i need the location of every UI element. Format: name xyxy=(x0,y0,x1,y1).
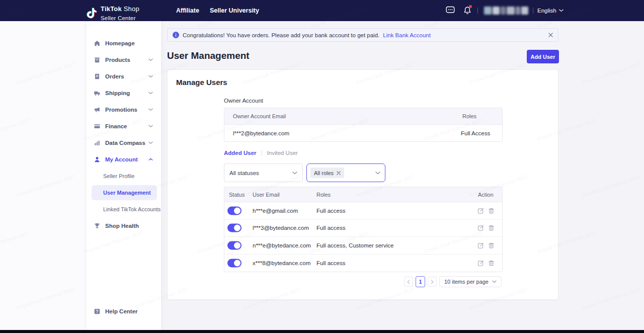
next-page-button[interactable] xyxy=(428,277,437,287)
user-email: l***3@bytedance.com xyxy=(253,225,309,231)
chevron-down-icon xyxy=(148,141,153,144)
trophy-icon xyxy=(94,222,101,229)
watermark-text: Arsyad Fadli Rahman 3537 xyxy=(16,174,75,198)
status-toggle[interactable] xyxy=(227,241,242,249)
owner-account-table: Owner Account Email Roles l***2@bytedanc… xyxy=(224,108,503,142)
chevron-up-icon xyxy=(148,158,153,161)
account-name-blurred[interactable] xyxy=(484,7,529,15)
sidebar-item-finance[interactable]: Finance xyxy=(87,121,161,132)
filters-row: All statuses All roles xyxy=(224,163,385,182)
watermark-text: Arsyad Fadli Rahman 3537 xyxy=(0,230,30,255)
notification-dot xyxy=(469,5,472,8)
chevron-down-icon xyxy=(148,92,153,95)
chevron-down-icon xyxy=(148,125,153,128)
tab-invited-user[interactable]: Invited User xyxy=(267,150,298,156)
brand-logo[interactable]: TikTok Shop Seller Center xyxy=(87,4,139,22)
close-icon[interactable] xyxy=(548,33,553,37)
sidebar-item-promotions[interactable]: Promotions xyxy=(87,104,161,115)
sidebar-item-orders[interactable]: Orders xyxy=(87,71,161,82)
page-title: User Management xyxy=(167,50,250,61)
finance-card-icon xyxy=(94,123,101,130)
divider xyxy=(533,8,533,14)
chevron-down-icon xyxy=(148,108,153,111)
table-row: h***e@gmail.com Full access xyxy=(224,202,502,220)
home-icon xyxy=(94,40,101,47)
table-row: x***8@bytedance.com Full access xyxy=(224,255,502,272)
sidebar-item-shop-health[interactable]: Shop Health xyxy=(87,220,161,231)
edit-icon[interactable] xyxy=(477,207,484,214)
sidebar-item-linked-tiktok-accounts[interactable]: Linked TikTok Accounts xyxy=(87,204,161,215)
notifications-bell-icon[interactable] xyxy=(463,6,471,17)
nav-link-seller-university[interactable]: Seller University xyxy=(210,0,259,21)
sidebar-item-user-management[interactable]: User Management xyxy=(92,185,157,200)
top-navbar: TikTok Shop Seller Center Affiliate Sell… xyxy=(0,0,644,21)
sidebar-item-shipping[interactable]: Shipping xyxy=(87,88,161,99)
col-roles: Roles xyxy=(462,113,476,119)
page-number-current[interactable]: 1 xyxy=(416,276,425,287)
pagination: 1 10 items per page xyxy=(404,276,502,287)
main-content: Congratulations! You have orders. Please… xyxy=(161,21,644,330)
owner-table-header: Owner Account Email Roles xyxy=(224,108,502,125)
owner-email: l***2@bytedance.com xyxy=(233,130,289,136)
tiktok-logo-icon xyxy=(87,7,97,19)
delete-trash-icon[interactable] xyxy=(488,225,495,231)
sidebar-item-products[interactable]: Products xyxy=(87,54,161,65)
chevron-down-icon xyxy=(375,172,380,175)
page-size-select[interactable]: 10 items per page xyxy=(439,276,502,287)
user-roles: Full access xyxy=(316,260,346,266)
delete-trash-icon[interactable] xyxy=(488,260,495,266)
chevron-down-icon xyxy=(292,172,297,175)
nav-link-affiliate[interactable]: Affiliate xyxy=(176,0,199,21)
delete-trash-icon[interactable] xyxy=(488,242,495,248)
sidebar-item-homepage[interactable]: Homepage xyxy=(87,38,161,49)
sidebar-item-data-compass[interactable]: Data Compass xyxy=(87,137,161,148)
col-owner-account-email: Owner Account Email xyxy=(233,113,286,119)
user-roles: Full access xyxy=(316,225,346,231)
sidebar-item-my-account[interactable]: My Account xyxy=(87,154,161,165)
users-table: Status User Email Roles Action h***e@gma… xyxy=(224,187,503,272)
table-row: n***e@bytedance.com Full access, Custome… xyxy=(224,237,502,255)
chevron-down-icon xyxy=(148,58,153,61)
edit-icon[interactable] xyxy=(477,225,484,231)
person-icon xyxy=(94,156,101,163)
user-roles: Full access, Customer service xyxy=(316,242,393,248)
roles-filter-tag: All roles xyxy=(310,168,344,178)
message-icon[interactable] xyxy=(446,6,455,16)
edit-icon[interactable] xyxy=(477,242,484,248)
roles-filter-select[interactable]: All roles xyxy=(306,163,385,182)
sidebar-item-help-center[interactable]: Help Center xyxy=(87,306,161,317)
status-filter-select[interactable]: All statuses xyxy=(224,163,303,182)
info-icon xyxy=(173,32,179,38)
edit-icon[interactable] xyxy=(477,260,484,266)
link-bank-account-link[interactable]: Link Bank Account xyxy=(383,32,431,38)
shipping-truck-icon xyxy=(94,90,101,97)
delete-trash-icon[interactable] xyxy=(488,207,495,214)
col-action: Action xyxy=(478,192,494,198)
language-selector[interactable]: English xyxy=(537,0,564,21)
remove-tag-icon[interactable] xyxy=(337,171,341,175)
card-title: Manage Users xyxy=(176,78,227,87)
table-row: l***3@bytedance.com Full access xyxy=(224,220,502,237)
chevron-down-icon xyxy=(148,75,153,78)
screen: Arsyad Fadli Rahman 3537Arsyad Fadli Rah… xyxy=(0,0,644,333)
bottom-bar xyxy=(0,330,644,333)
orders-document-icon xyxy=(94,73,101,80)
watermark-text: Arsyad Fadli Rahman 3537 xyxy=(16,61,75,86)
promotions-megaphone-icon xyxy=(94,106,101,113)
user-email: x***8@bytedance.com xyxy=(253,260,310,266)
user-email: n***e@bytedance.com xyxy=(253,242,311,248)
tab-added-user[interactable]: Added User xyxy=(224,150,257,156)
status-toggle[interactable] xyxy=(227,206,242,215)
sidebar-item-seller-profile[interactable]: Seller Profile xyxy=(87,171,161,182)
owner-account-label: Owner Account xyxy=(224,98,263,104)
status-toggle[interactable] xyxy=(227,259,242,267)
user-roles: Full access xyxy=(316,208,346,214)
status-toggle[interactable] xyxy=(227,224,242,232)
help-question-icon xyxy=(94,308,101,315)
divider xyxy=(262,150,262,156)
prev-page-button[interactable] xyxy=(404,277,413,287)
col-roles: Roles xyxy=(316,192,331,198)
add-user-button[interactable]: Add User xyxy=(527,50,559,63)
col-status: Status xyxy=(229,192,245,198)
user-tabs: Added User Invited User xyxy=(224,150,298,156)
